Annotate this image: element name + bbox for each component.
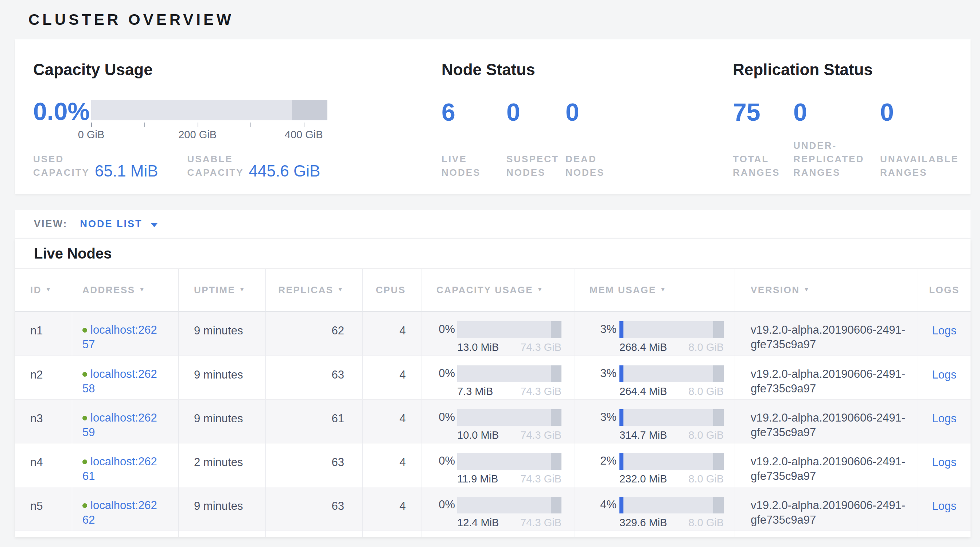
node-address-link[interactable]: localhost:26258 bbox=[83, 367, 157, 395]
axis-tick-label: 0 GiB bbox=[78, 129, 105, 141]
node-address-link[interactable]: localhost:26257 bbox=[83, 323, 157, 351]
column-header-label: ID bbox=[30, 285, 41, 296]
axis-tick bbox=[197, 122, 198, 127]
live-status-dot-icon bbox=[83, 372, 87, 377]
logs-link[interactable]: Logs bbox=[932, 456, 956, 469]
stat-label: LIVE NODES bbox=[442, 153, 506, 180]
logs-link[interactable]: Logs bbox=[932, 324, 956, 337]
logs-cell: Logs bbox=[918, 487, 970, 531]
column-header-replicas[interactable]: REPLICAS▼ bbox=[266, 269, 363, 311]
capacity-percent-label: 0% bbox=[436, 321, 455, 355]
memory-usage-cell: 2%232.0 MiB8.0 GiB bbox=[574, 444, 735, 487]
node-id-cell: n1 bbox=[15, 312, 72, 356]
capacity-bar bbox=[457, 497, 562, 514]
axis-tick bbox=[304, 122, 304, 127]
column-header-label: LOGS bbox=[929, 285, 959, 296]
replication-stat-2: 0UNAVAILABLE RANGES bbox=[880, 99, 958, 180]
stat-label: TOTAL RANGES bbox=[733, 153, 793, 180]
stat-label: UNDER- REPLICATED RANGES bbox=[793, 139, 880, 180]
logs-cell: Logs bbox=[918, 312, 970, 356]
column-header-mem-usage[interactable]: MEM USAGE▼ bbox=[574, 269, 735, 311]
memory-usage-cell: 3%314.7 MiB8.0 GiB bbox=[574, 400, 735, 443]
column-header-label: VERSION bbox=[751, 285, 800, 296]
sort-arrow-icon: ▼ bbox=[803, 286, 810, 293]
axis-tick bbox=[145, 122, 145, 127]
column-header-id[interactable]: ID▼ bbox=[15, 269, 72, 311]
memory-bar-tail bbox=[713, 497, 724, 514]
node-status-heading: Node Status bbox=[442, 60, 719, 79]
memory-meter: 3%264.4 MiB8.0 GiB bbox=[590, 366, 735, 399]
sort-arrow-icon: ▼ bbox=[537, 286, 544, 293]
node-status-stats: 6LIVE NODES0SUSPECT NODES0DEAD NODES bbox=[442, 99, 719, 180]
replication-status-stats: 75TOTAL RANGES0UNDER- REPLICATED RANGES0… bbox=[733, 99, 966, 180]
capacity-bar-tail bbox=[551, 321, 562, 338]
node-address-cell: localhost:26259 bbox=[72, 400, 178, 443]
sort-arrow-icon: ▼ bbox=[337, 286, 344, 293]
cluster-overview-page: CLUSTER OVERVIEW Capacity Usage 0.0% 0 G… bbox=[0, 0, 980, 547]
stat-number: 0 bbox=[880, 99, 958, 126]
page-header: CLUSTER OVERVIEW bbox=[0, 0, 980, 40]
memory-total-value: 8.0 GiB bbox=[688, 428, 724, 442]
view-label: VIEW: bbox=[34, 218, 68, 230]
logs-link[interactable]: Logs bbox=[932, 412, 956, 425]
column-header-address[interactable]: ADDRESS▼ bbox=[72, 269, 178, 311]
logs-link[interactable]: Logs bbox=[932, 499, 956, 512]
column-header-logs: LOGS bbox=[918, 269, 970, 311]
node-address-cell: localhost:26262 bbox=[72, 487, 178, 531]
column-header-uptime[interactable]: UPTIME▼ bbox=[178, 269, 266, 311]
node-address-cell: localhost:26258 bbox=[72, 356, 178, 399]
live-status-dot-icon bbox=[83, 460, 87, 464]
column-header-cpus: CPUS bbox=[363, 269, 421, 311]
table-row-n2: n2localhost:262589 minutes6340%7.3 MiB74… bbox=[15, 356, 970, 399]
memory-total-value: 8.0 GiB bbox=[688, 472, 724, 486]
memory-usage-cell: 4%329.6 MiB8.0 GiB bbox=[574, 487, 735, 531]
node-address-link[interactable]: localhost:26259 bbox=[83, 411, 157, 439]
column-header-label: CPUS bbox=[376, 285, 406, 296]
stat-label: SUSPECT NODES bbox=[506, 153, 565, 180]
node-address-link[interactable]: localhost:26262 bbox=[83, 499, 157, 526]
sort-arrow-icon: ▼ bbox=[239, 286, 246, 293]
capacity-total-value: 74.3 GiB bbox=[520, 384, 562, 399]
memory-used-value: 329.6 MiB bbox=[619, 515, 667, 530]
memory-bar-tail bbox=[713, 366, 724, 382]
stat-number: 6 bbox=[442, 99, 506, 126]
column-header-version[interactable]: VERSION▼ bbox=[735, 269, 918, 311]
column-header-label: UPTIME bbox=[194, 285, 235, 296]
capacity-stat-value: 445.6 GiB bbox=[249, 163, 320, 180]
node-stat-2: 0DEAD NODES bbox=[565, 99, 605, 180]
cpus-cell: 4 bbox=[363, 487, 421, 531]
memory-bar-fill bbox=[619, 321, 624, 338]
capacity-meter: 0%10.0 MiB74.3 GiB bbox=[436, 409, 574, 442]
logs-cell: Logs bbox=[918, 444, 970, 487]
stat-label: UNAVAILABLE RANGES bbox=[880, 153, 958, 180]
capacity-stat-label: USED CAPACITY bbox=[33, 153, 90, 180]
version-string: v19.2.0-alpha.20190606-2491-gfe735c9a97 bbox=[751, 367, 915, 396]
logs-cell: Logs bbox=[918, 400, 970, 443]
page-title: CLUSTER OVERVIEW bbox=[29, 11, 234, 29]
capacity-total-value: 74.3 GiB bbox=[520, 340, 562, 355]
capacity-bar-tail bbox=[292, 100, 328, 120]
capacity-stat-label: USABLE CAPACITY bbox=[188, 153, 244, 180]
uptime-cell: 9 minutes bbox=[178, 400, 266, 443]
memory-used-value: 314.7 MiB bbox=[619, 428, 667, 442]
node-stat-0: 6LIVE NODES bbox=[442, 99, 506, 180]
memory-meter: 2%232.0 MiB8.0 GiB bbox=[590, 453, 735, 486]
uptime-cell: 2 minutes bbox=[178, 444, 266, 487]
logs-link[interactable]: Logs bbox=[932, 368, 956, 381]
replication-status-section: Replication Status 75TOTAL RANGES0UNDER-… bbox=[733, 60, 966, 180]
version-string: v19.2.0-alpha.20190606-2491-gfe735c9a97 bbox=[751, 410, 915, 440]
view-selector-dropdown[interactable]: NODE LIST bbox=[80, 218, 158, 230]
node-address-link[interactable]: localhost:26261 bbox=[83, 455, 157, 482]
capacity-usage-heading: Capacity Usage bbox=[33, 60, 416, 79]
live-nodes-title-bar: Live Nodes bbox=[15, 239, 970, 269]
column-header-capacity-usage[interactable]: CAPACITY USAGE▼ bbox=[421, 269, 574, 311]
capacity-percent-label: 0% bbox=[436, 409, 455, 442]
node-id-cell: n4 bbox=[15, 444, 72, 487]
memory-percent-label: 4% bbox=[590, 497, 617, 530]
capacity-bar bbox=[457, 366, 562, 382]
capacity-bar bbox=[457, 409, 562, 426]
memory-bar bbox=[619, 409, 724, 426]
view-selected-value: NODE LIST bbox=[80, 218, 143, 230]
capacity-used-value: 10.0 MiB bbox=[457, 428, 499, 442]
table-header-row: ID▼ADDRESS▼UPTIME▼REPLICAS▼CPUSCAPACITY … bbox=[15, 269, 970, 312]
